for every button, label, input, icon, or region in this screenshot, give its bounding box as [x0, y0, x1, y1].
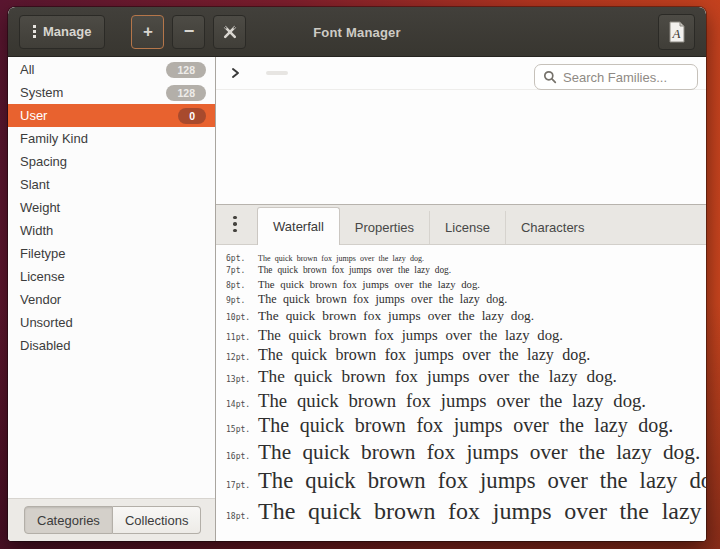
- category-label: Weight: [20, 200, 60, 215]
- family-name-placeholder: [266, 71, 288, 75]
- category-label: Spacing: [20, 154, 67, 169]
- sidebar-footer: Categories Collections: [8, 498, 215, 541]
- font-file-icon: A: [668, 21, 686, 43]
- compare-mode-button[interactable]: [213, 15, 246, 49]
- category-label: All: [20, 62, 34, 77]
- waterfall-size-label: 11pt.: [224, 333, 258, 342]
- category-row[interactable]: Disabled: [8, 334, 215, 357]
- search-input[interactable]: [563, 70, 689, 85]
- categories-mode-button[interactable]: Categories: [24, 506, 113, 534]
- waterfall-preview[interactable]: 6pt. The quick brown fox jumps over the …: [216, 245, 706, 541]
- waterfall-size-label: 17pt.: [224, 481, 258, 490]
- category-row[interactable]: Filetype: [8, 242, 215, 265]
- category-row[interactable]: License: [8, 265, 215, 288]
- category-row[interactable]: Vendor: [8, 288, 215, 311]
- waterfall-row: 14pt. The quick brown fox jumps over the…: [224, 389, 706, 412]
- svg-text:A: A: [671, 25, 680, 40]
- desktop-background: Manage + −: [0, 0, 720, 549]
- preview-tabs: Waterfall Properties License: [257, 205, 599, 244]
- category-row[interactable]: Width: [8, 219, 215, 242]
- category-row[interactable]: System 128: [8, 81, 215, 104]
- waterfall-row: 13pt. The quick brown fox jumps over the…: [224, 366, 706, 388]
- minus-icon: −: [184, 21, 195, 42]
- waterfall-row: 9pt. The quick brown fox jumps over the …: [224, 292, 706, 307]
- categories-button-label: Categories: [37, 513, 100, 528]
- waterfall-size-label: 16pt.: [224, 452, 258, 461]
- window-body: All 128 System 128 User 0: [8, 57, 706, 541]
- waterfall-size-label: 7pt.: [224, 266, 258, 275]
- waterfall-sample-text: The quick brown fox jumps over the lazy …: [258, 292, 507, 307]
- category-label: Family Kind: [20, 131, 88, 146]
- waterfall-row: 11pt. The quick brown fox jumps over the…: [224, 326, 706, 344]
- collections-button-label: Collections: [125, 513, 189, 528]
- waterfall-sample-text: The quick brown fox jumps over the lazy …: [258, 413, 673, 438]
- waterfall-sample-text: The quick brown fox jumps over the lazy …: [258, 439, 700, 466]
- font-viewer-button[interactable]: A: [658, 14, 695, 50]
- category-row[interactable]: Unsorted: [8, 311, 215, 334]
- waterfall-size-label: 14pt.: [224, 400, 258, 409]
- waterfall-row: 15pt. The quick brown fox jumps over the…: [224, 413, 706, 438]
- window-title: Font Manager: [313, 24, 401, 39]
- manage-button[interactable]: Manage: [19, 15, 105, 49]
- preview-tab[interactable]: Waterfall: [257, 207, 340, 245]
- preview-tab-label: Waterfall: [273, 219, 324, 234]
- preview-tab-label: License: [445, 220, 490, 235]
- waterfall-size-label: 10pt.: [224, 313, 258, 322]
- vertical-dots-icon: [233, 216, 237, 233]
- crossed-tools-icon: [222, 24, 238, 40]
- waterfall-row: 17pt. The quick brown fox jumps over the…: [224, 467, 706, 495]
- waterfall-row: 7pt. The quick brown fox jumps over the …: [224, 265, 706, 277]
- category-label: Width: [20, 223, 53, 238]
- add-fonts-button[interactable]: +: [131, 15, 164, 49]
- headerbar: Manage + −: [8, 7, 706, 57]
- category-row[interactable]: Family Kind: [8, 127, 215, 150]
- preview-tab-label: Characters: [521, 220, 585, 235]
- waterfall-row: 12pt. The quick brown fox jumps over the…: [224, 345, 706, 365]
- right-panes: Waterfall Properties License: [216, 57, 706, 541]
- font-families-pane: [216, 57, 706, 205]
- category-label: System: [20, 85, 63, 100]
- category-row[interactable]: All 128: [8, 58, 215, 81]
- category-count-badge: 128: [166, 85, 206, 101]
- category-label: User: [20, 108, 47, 123]
- waterfall-size-label: 15pt.: [224, 425, 258, 434]
- category-row[interactable]: Spacing: [8, 150, 215, 173]
- category-label: Disabled: [20, 338, 71, 353]
- collections-mode-button[interactable]: Collections: [113, 506, 202, 534]
- waterfall-sample-text: The quick brown fox jumps over the lazy …: [258, 278, 480, 291]
- menu-dots-icon: [33, 25, 36, 38]
- waterfall-size-label: 12pt.: [224, 353, 258, 362]
- category-row[interactable]: Slant: [8, 173, 215, 196]
- waterfall-sample-text: The quick brown fox jumps over the lazy …: [258, 308, 534, 325]
- expander-chevron-icon[interactable]: [229, 67, 241, 79]
- manage-button-label: Manage: [43, 24, 91, 39]
- waterfall-sample-text: The quick brown fox jumps over the lazy …: [258, 389, 646, 412]
- preview-tabbar: Waterfall Properties License: [216, 205, 706, 245]
- category-row[interactable]: Weight: [8, 196, 215, 219]
- waterfall-row: 16pt. The quick brown fox jumps over the…: [224, 439, 706, 466]
- category-list: All 128 System 128 User 0: [8, 57, 215, 498]
- waterfall-row: 10pt. The quick brown fox jumps over the…: [224, 308, 706, 325]
- category-row[interactable]: User 0: [8, 104, 215, 127]
- sidebar: All 128 System 128 User 0: [8, 57, 215, 541]
- waterfall-size-label: 13pt.: [224, 375, 258, 384]
- preview-tab[interactable]: Properties: [340, 211, 429, 244]
- preview-tab[interactable]: License: [429, 211, 505, 244]
- category-count-badge: 0: [178, 108, 206, 124]
- waterfall-size-label: 6pt.: [224, 254, 258, 263]
- waterfall-sample-text: The quick brown fox jumps over the lazy …: [258, 326, 563, 344]
- waterfall-sample-text: The quick brown fox jumps over the lazy …: [258, 254, 424, 264]
- waterfall-row: 18pt. The quick brown fox jumps over the…: [224, 496, 706, 526]
- category-count-badge: 128: [166, 62, 206, 78]
- waterfall-sample-text: The quick brown fox jumps over the lazy …: [258, 467, 706, 495]
- waterfall-sample-text: The quick brown fox jumps over the lazy …: [258, 265, 451, 277]
- preview-pane: Waterfall Properties License: [216, 205, 706, 541]
- preview-menu-button[interactable]: [221, 204, 249, 244]
- category-label: Unsorted: [20, 315, 73, 330]
- waterfall-row: 8pt. The quick brown fox jumps over the …: [224, 278, 706, 291]
- preview-tab[interactable]: Characters: [505, 211, 600, 244]
- remove-fonts-button[interactable]: −: [172, 15, 205, 49]
- waterfall-size-label: 9pt.: [224, 296, 258, 305]
- search-families-entry[interactable]: [534, 64, 698, 90]
- plus-icon: +: [143, 22, 153, 42]
